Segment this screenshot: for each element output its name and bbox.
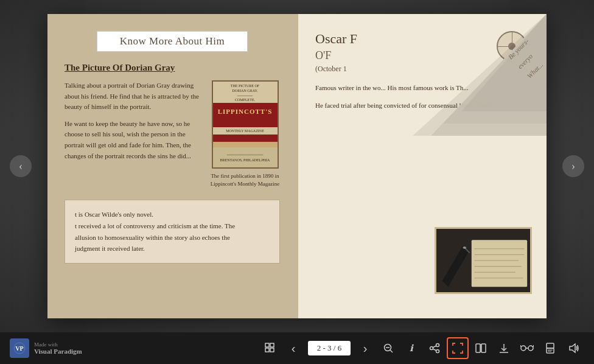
crosshair-dot bbox=[508, 43, 515, 50]
toolbar-controls: ‹ 2 - 3 / 6 › ℹ bbox=[259, 337, 584, 359]
next-page-button[interactable]: › bbox=[562, 155, 584, 177]
writing-image-inner bbox=[436, 229, 530, 292]
prev-button[interactable]: ‹ bbox=[282, 337, 304, 359]
cover-bottom-text: ────────────── BRENTANOS, PHILADELPHIA bbox=[213, 147, 278, 167]
brand-logo: VP bbox=[10, 338, 29, 358]
svg-marker-44 bbox=[570, 344, 575, 352]
crosshair-circle bbox=[497, 31, 527, 61]
svg-rect-21 bbox=[270, 348, 274, 352]
cover-top-text: THE PICTURE OFDORIAN GRAY.──────COMPLETE… bbox=[213, 82, 278, 105]
print-button[interactable] bbox=[539, 337, 561, 359]
fullscreen-button[interactable] bbox=[447, 337, 469, 359]
share-button[interactable] bbox=[424, 337, 446, 359]
svg-point-15 bbox=[463, 247, 466, 249]
left-body-text: Talking about a portrait of Dorian Gray … bbox=[65, 80, 201, 187]
note-box: t is Oscar Wilde's only novel. t receive… bbox=[65, 200, 280, 264]
next-button[interactable]: › bbox=[354, 337, 376, 359]
download-button[interactable] bbox=[493, 337, 515, 359]
grid-view-button[interactable] bbox=[259, 337, 281, 359]
glasses-button[interactable] bbox=[516, 337, 538, 359]
svg-line-29 bbox=[433, 349, 436, 351]
svg-rect-30 bbox=[476, 344, 480, 352]
svg-point-36 bbox=[528, 346, 533, 351]
book-cover-graphic: THE PICTURE OFDORIAN GRAY.──────COMPLETE… bbox=[212, 80, 279, 169]
book-icon bbox=[475, 343, 486, 354]
fullscreen-icon bbox=[452, 343, 463, 354]
svg-point-26 bbox=[436, 350, 439, 353]
download-icon bbox=[498, 343, 509, 354]
book-view-button[interactable] bbox=[470, 337, 492, 359]
brand-area: VP Made with Visual Paradigm bbox=[10, 338, 82, 358]
page-header-title: Know More About Him bbox=[110, 35, 235, 47]
svg-rect-40 bbox=[547, 343, 554, 348]
book-cover-container: THE PICTURE OFDORIAN GRAY.──────COMPLETE… bbox=[210, 80, 280, 187]
book-title: The Picture Of Dorian Gray bbox=[65, 63, 280, 73]
svg-point-25 bbox=[436, 344, 439, 347]
right-paragraph-1: Famous writer in the wo... His most famo… bbox=[315, 82, 529, 94]
brand-name-label: Visual Paradigm bbox=[34, 348, 82, 355]
bottom-toolbar: VP Made with Visual Paradigm ‹ 2 - 3 / 6… bbox=[0, 332, 594, 364]
svg-rect-31 bbox=[481, 344, 486, 352]
svg-line-28 bbox=[433, 346, 436, 348]
pen-writing-svg bbox=[436, 227, 530, 294]
svg-rect-18 bbox=[265, 343, 269, 347]
main-content-area: ‹ Know More About Him The Picture Of Dor… bbox=[0, 0, 594, 332]
book-caption: The first publication in 1890 in Lippinc… bbox=[210, 172, 280, 187]
svg-rect-5 bbox=[472, 240, 527, 287]
svg-rect-41 bbox=[547, 348, 554, 353]
info-button[interactable]: ℹ bbox=[400, 337, 422, 359]
zoom-icon bbox=[383, 343, 394, 354]
left-content-row: Talking about a portrait of Dorian Gray … bbox=[65, 80, 280, 187]
paragraph-1: Talking about a portrait of Dorian Gray … bbox=[65, 80, 201, 113]
vp-logo-icon: VP bbox=[13, 342, 26, 354]
svg-point-35 bbox=[521, 346, 526, 351]
cover-red-band: LIPPINCOTT'S bbox=[213, 103, 278, 121]
paragraph-2: He want to keep the beauty he have now, … bbox=[65, 119, 201, 161]
crosshair-target bbox=[497, 31, 527, 61]
prev-page-button[interactable]: ‹ bbox=[10, 155, 32, 177]
page-header-banner: Know More About Him bbox=[97, 31, 248, 52]
svg-text:VP: VP bbox=[15, 345, 23, 352]
sound-button[interactable] bbox=[562, 337, 584, 359]
glasses-icon bbox=[520, 344, 534, 352]
share-icon bbox=[429, 343, 440, 354]
lippincotts-text: LIPPINCOTT'S bbox=[215, 108, 275, 116]
page-left: Know More About Him The Picture Of Doria… bbox=[47, 14, 297, 318]
svg-line-23 bbox=[390, 350, 393, 352]
svg-rect-20 bbox=[265, 348, 269, 352]
sound-icon bbox=[568, 343, 579, 354]
brand-text: Made with Visual Paradigm bbox=[34, 341, 82, 355]
svg-rect-19 bbox=[270, 343, 274, 347]
zoom-out-button[interactable] bbox=[377, 337, 399, 359]
right-paragraph-2: He faced trial after being convicted of … bbox=[315, 100, 529, 111]
book-spread: Know More About Him The Picture Of Doria… bbox=[47, 14, 547, 318]
svg-line-38 bbox=[520, 345, 521, 347]
page-right: Be yours-everyoWhat... Oscar F O'F (Octo… bbox=[297, 14, 547, 318]
grid-icon bbox=[265, 343, 276, 354]
cover-mid-text: MONTHLY MAGAZINE bbox=[213, 127, 278, 135]
svg-point-27 bbox=[430, 347, 433, 350]
writing-image bbox=[435, 227, 532, 294]
page-indicator: 2 - 3 / 6 bbox=[308, 341, 351, 355]
made-with-label: Made with bbox=[34, 341, 82, 348]
print-icon bbox=[545, 343, 556, 354]
note-text: t is Oscar Wilde's only novel. t receive… bbox=[75, 211, 235, 252]
right-dates: (October 1 bbox=[315, 65, 529, 74]
svg-line-39 bbox=[533, 345, 534, 347]
